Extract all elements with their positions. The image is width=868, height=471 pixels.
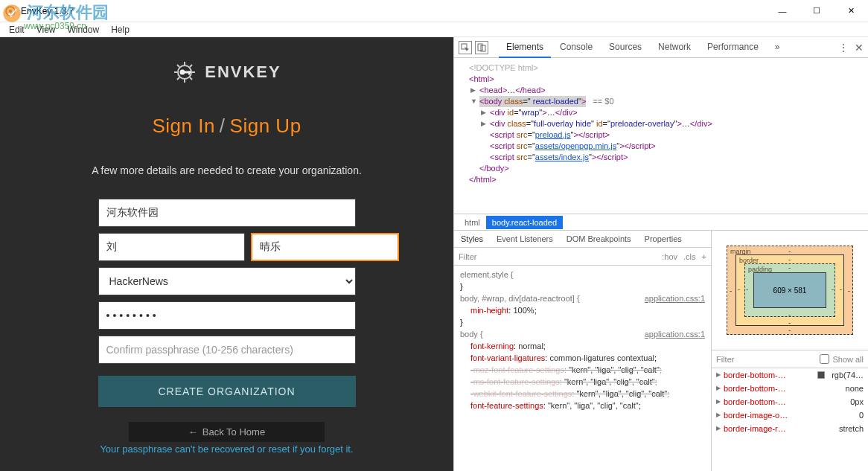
menu-window[interactable]: Window (61, 23, 105, 36)
inspect-element-icon[interactable] (459, 41, 472, 54)
tab-more[interactable]: » (768, 37, 788, 58)
tab-performance[interactable]: Performance (700, 37, 766, 58)
box-model: margin---- border---- padding---- 609 × … (712, 231, 868, 350)
source-select[interactable]: HackerNews (98, 267, 356, 295)
brand-text: ENVKEY (205, 63, 281, 82)
device-toggle-icon[interactable] (475, 41, 488, 54)
show-all-checkbox[interactable] (820, 354, 829, 364)
menu-edit[interactable]: Edit (3, 23, 31, 36)
devtools-panel: Elements Console Sources Network Perform… (453, 37, 868, 471)
window-titlebar: EnvKey 1.3.7 — ☐ ✕ (0, 0, 868, 22)
styles-filter-input[interactable]: Filter (459, 252, 476, 261)
computed-filter-input[interactable]: Filter (716, 355, 734, 364)
close-button[interactable]: ✕ (834, 0, 868, 22)
tab-console[interactable]: Console (552, 37, 600, 58)
add-rule-button[interactable]: + (702, 252, 706, 261)
first-name-input[interactable] (98, 233, 245, 261)
devtools-toolbar: Elements Console Sources Network Perform… (454, 37, 868, 58)
app-content: ENVKEY Sign In/Sign Up A few more detail… (0, 37, 453, 471)
maximize-button[interactable]: ☐ (800, 0, 834, 22)
window-title: EnvKey 1.3.7 (21, 6, 74, 16)
tab-elements[interactable]: Elements (499, 37, 551, 58)
menu-bar: Edit View Window Help (0, 22, 868, 37)
elements-breadcrumb[interactable]: html body.react-loaded (454, 214, 868, 231)
styles-tabs: Styles Event Listeners DOM Breakpoints P… (454, 231, 711, 248)
tab-network[interactable]: Network (651, 37, 698, 58)
page-subtext: A few more details are needed to create … (92, 164, 362, 176)
confirm-passphrase-input[interactable] (98, 336, 356, 364)
app-logo: ENVKEY (172, 60, 281, 85)
computed-list[interactable]: ▶border-bottom-…rgb(74… ▶border-bottom-…… (712, 368, 868, 471)
elements-tree[interactable]: <!DOCTYPE html> <html> ▶<head>…</head> ▼… (454, 58, 868, 214)
minimize-button[interactable]: — (765, 0, 800, 22)
styles-filter-row: Filter :hov .cls + (454, 248, 711, 266)
passphrase-input[interactable] (98, 301, 356, 330)
last-name-input[interactable] (251, 233, 399, 261)
signup-form: HackerNews CREATE ORGANIZATION (98, 199, 356, 407)
tab-styles[interactable]: Styles (454, 231, 490, 247)
page-heading: Sign In/Sign Up (152, 115, 301, 138)
svg-rect-8 (478, 44, 482, 51)
cls-toggle[interactable]: .cls (683, 252, 696, 261)
computed-filter-row: Filter Show all (712, 350, 868, 368)
menu-help[interactable]: Help (105, 23, 135, 36)
svg-point-2 (9, 10, 12, 13)
org-name-input[interactable] (98, 199, 356, 227)
create-organization-button[interactable]: CREATE ORGANIZATION (98, 376, 356, 407)
devtools-close-icon[interactable]: ✕ (855, 42, 864, 54)
tab-properties[interactable]: Properties (638, 231, 689, 247)
arrow-left-icon: ← (188, 426, 198, 438)
app-icon (4, 5, 16, 17)
svg-point-4 (180, 70, 185, 75)
svg-rect-6 (188, 71, 190, 75)
back-to-home-link[interactable]: ← Back To Home (129, 422, 325, 442)
gear-key-icon (172, 60, 197, 85)
devtools-menu-icon[interactable]: ⋮ (838, 42, 849, 54)
passphrase-warning: Your passphrase can't be recovered or re… (100, 443, 353, 455)
hov-toggle[interactable]: :hov (662, 252, 677, 261)
styles-rules[interactable]: element.style { } application.css:1body,… (454, 266, 711, 471)
tab-sources[interactable]: Sources (601, 37, 649, 58)
tab-dom-breakpoints[interactable]: DOM Breakpoints (560, 231, 638, 247)
svg-rect-5 (185, 71, 191, 74)
tab-event-listeners[interactable]: Event Listeners (490, 231, 560, 247)
menu-view[interactable]: View (31, 23, 62, 36)
